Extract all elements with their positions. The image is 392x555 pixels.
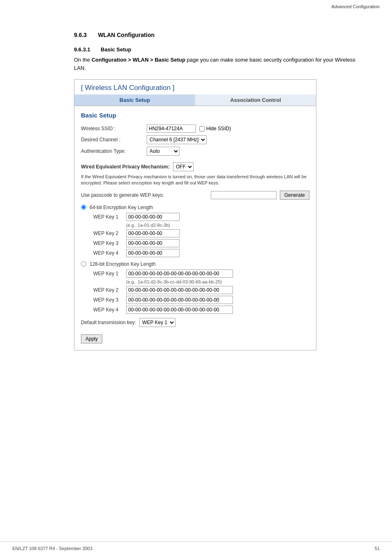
wep-key1-64-input[interactable]	[126, 213, 180, 221]
default-tx-row: Default transmission key: WEP Key 1 WEP …	[81, 318, 309, 327]
wep-key4-128-input[interactable]	[126, 306, 233, 314]
apply-button[interactable]: Apply	[81, 334, 102, 343]
wep-key1-64-label: WEP Key 1	[93, 214, 126, 220]
wireless-ssid-controls: HN294-47124A Hide SSID)	[147, 124, 231, 133]
encryption-64-radio[interactable]	[81, 205, 86, 210]
wep-key1-128-example: (e.g.. 1a-01-d2-8c-3b-cc-dd-03-90-66-aa-…	[81, 279, 309, 284]
hide-ssid-checkbox[interactable]	[199, 126, 205, 131]
hide-ssid-label: Hide SSID)	[199, 126, 231, 131]
subsection-title: Basic Setup	[101, 46, 131, 53]
tab-basic-setup[interactable]: Basic Setup	[74, 94, 195, 106]
wep-key1-128-label: WEP Key 1	[93, 271, 126, 276]
wep-key2-64-label: WEP Key 2	[93, 230, 126, 236]
wlan-config-panel: [ Wireless LAN Configuration ] Basic Set…	[74, 79, 316, 350]
desired-channel-select[interactable]: Channel 6 [2437 MHz]	[147, 135, 207, 144]
wep-key2-64-input[interactable]	[126, 229, 180, 237]
wep-key3-128-row: WEP Key 3	[81, 296, 309, 304]
footer-left: EN/LZT 108 6377 R4 - September 2003	[12, 546, 92, 551]
desired-channel-label: Desired Channel :	[81, 137, 147, 143]
default-tx-label: Default transmission key:	[81, 320, 136, 325]
passcode-row: Use passcode to generate WEP keys: Gener…	[81, 191, 309, 200]
wep-key2-128-row: WEP Key 2	[81, 286, 309, 294]
header-title: Advanced Configuration	[332, 4, 380, 9]
page-header: Advanced Configuration	[0, 0, 392, 11]
panel-title: [ Wireless LAN Configuration ]	[74, 80, 316, 94]
wep-mechanism-row: Wired Equivalent Privacy Mechanism: OFF …	[81, 162, 309, 171]
wep-key3-128-label: WEP Key 3	[93, 297, 126, 303]
wep-key3-64-input[interactable]	[126, 239, 180, 247]
wep-key2-128-input[interactable]	[126, 286, 233, 294]
wep-mechanism-label: Wired Equivalent Privacy Mechanism:	[81, 164, 170, 170]
intro-text: On the Configuration > WLAN > Basic Setu…	[74, 56, 367, 72]
page-footer: EN/LZT 108 6377 R4 - September 2003 51	[0, 541, 392, 555]
wep-key3-64-label: WEP Key 3	[93, 240, 126, 246]
wireless-ssid-label: Wireless SSID :	[81, 126, 147, 131]
generate-button[interactable]: Generate	[280, 191, 309, 200]
encryption-128-section: 128-bit Encryption Key Length WEP Key 1 …	[81, 261, 309, 314]
panel-tabs: Basic Setup Association Control	[74, 94, 316, 106]
encryption-64-label: 64-bit Encryption Key Length	[90, 205, 153, 210]
wep-key4-128-row: WEP Key 4	[81, 306, 309, 314]
wep-key1-128-input[interactable]	[126, 269, 233, 278]
wep-mechanism-select[interactable]: OFF ON	[173, 162, 194, 171]
wep-key1-128-row: WEP Key 1	[81, 269, 309, 278]
auth-type-select[interactable]: Auto	[147, 147, 180, 156]
desired-channel-row: Desired Channel : Channel 6 [2437 MHz]	[81, 135, 309, 144]
wep-key4-64-input[interactable]	[126, 249, 180, 257]
auth-type-label: Authentication Type:	[81, 148, 147, 154]
panel-body: Basic Setup Wireless SSID : HN294-47124A…	[74, 106, 316, 350]
wep-key2-64-row: WEP Key 2	[81, 229, 309, 237]
panel-section-title: Basic Setup	[81, 112, 309, 119]
passcode-input[interactable]	[211, 191, 277, 199]
section-number: 9.6.3	[74, 32, 87, 38]
wep-key4-128-label: WEP Key 4	[93, 307, 126, 313]
wireless-ssid-input[interactable]: HN294-47124A	[147, 124, 196, 133]
footer-right: 51	[375, 546, 380, 551]
tab-association-control[interactable]: Association Control	[195, 94, 316, 106]
wep-key1-64-example: (e.g.. 1a-01-d2-8c-3b)	[81, 223, 309, 228]
subsection-heading: 9.6.3.1 Basic Setup	[74, 46, 367, 53]
encryption-128-radio[interactable]	[81, 261, 86, 267]
default-tx-select[interactable]: WEP Key 1 WEP Key 2 WEP Key 3 WEP Key 4	[139, 318, 175, 327]
passcode-label: Use passcode to generate WEP keys:	[81, 192, 208, 198]
wireless-ssid-row: Wireless SSID : HN294-47124A Hide SSID)	[81, 124, 309, 133]
apply-row: Apply	[81, 331, 309, 343]
auth-type-controls: Auto	[147, 147, 180, 156]
encryption-64-section: 64-bit Encryption Key Length WEP Key 1 (…	[81, 205, 309, 257]
encryption-128-header: 128-bit Encryption Key Length	[81, 261, 309, 267]
section-heading: 9.6.3 WLAN Configuration	[74, 32, 367, 38]
wep-key4-64-label: WEP Key 4	[93, 250, 126, 256]
wep-key4-64-row: WEP Key 4	[81, 249, 309, 257]
wep-key2-128-label: WEP Key 2	[93, 287, 126, 293]
wep-key3-128-input[interactable]	[126, 296, 233, 304]
desired-channel-controls: Channel 6 [2437 MHz]	[147, 135, 207, 144]
encryption-64-header: 64-bit Encryption Key Length	[81, 205, 309, 210]
wep-key3-64-row: WEP Key 3	[81, 239, 309, 247]
wep-key1-64-row: WEP Key 1	[81, 213, 309, 221]
section-title: WLAN Configuration	[98, 32, 154, 38]
wep-mechanism-controls: OFF ON	[173, 162, 194, 171]
subsection-number: 9.6.3.1	[74, 46, 90, 53]
wep-description: If the Wired Equivalent Privacy mechanis…	[81, 174, 309, 187]
encryption-128-label: 128-bit Encryption Key Length	[90, 261, 156, 267]
auth-type-row: Authentication Type: Auto	[81, 147, 309, 156]
